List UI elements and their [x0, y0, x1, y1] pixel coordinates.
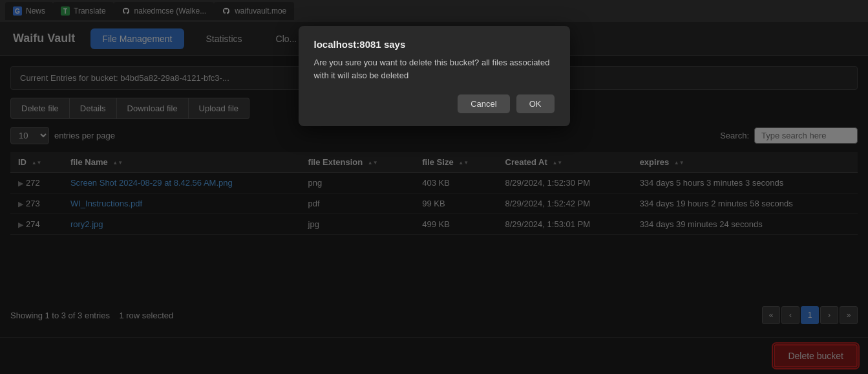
- dialog-cancel-button[interactable]: Cancel: [458, 94, 509, 113]
- dialog-box: localhost:8081 says Are you sure you wan…: [299, 26, 570, 126]
- dialog-message: Are you sure you want to delete this buc…: [314, 56, 555, 82]
- dialog-title: localhost:8081 says: [314, 39, 555, 50]
- dialog-ok-button[interactable]: OK: [516, 94, 555, 113]
- dialog-buttons: Cancel OK: [314, 94, 555, 113]
- dialog-overlay: localhost:8081 says Are you sure you wan…: [0, 0, 868, 374]
